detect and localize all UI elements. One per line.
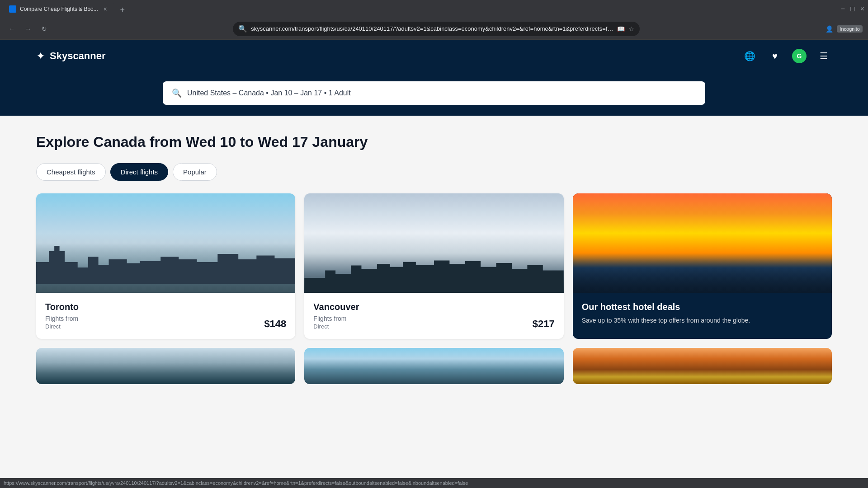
- wishlist-button[interactable]: ♥: [767, 48, 783, 64]
- browser-tabs: Compare Cheap Flights & Boo... × +: [4, 2, 129, 16]
- toronto-card-info: Toronto Flights from Direct $148: [36, 293, 295, 339]
- search-bar-container: 🔍 United States – Canada • Jan 10 – Jan …: [0, 72, 868, 116]
- hotel-card-image: [573, 193, 832, 293]
- bottom-cards-grid: [36, 348, 832, 384]
- hotel-card-title: Our hottest hotel deals: [582, 302, 823, 312]
- search-icon: 🔍: [172, 88, 182, 98]
- reader-mode-icon[interactable]: 📖: [617, 25, 625, 33]
- filter-tabs: Cheapest flights Direct flights Popular: [36, 163, 832, 181]
- address-icons: 📖 ☆: [617, 25, 634, 33]
- active-tab[interactable]: Compare Cheap Flights & Boo... ×: [4, 2, 114, 16]
- search-bar[interactable]: 🔍 United States – Canada • Jan 10 – Jan …: [163, 81, 705, 105]
- browser-addressbar: ← → ↻ 🔍 skyscanner.com/transport/flights…: [0, 18, 868, 40]
- browser-titlebar: Compare Cheap Flights & Boo... × + − □ ×: [0, 0, 868, 18]
- bottom-card-3[interactable]: [573, 348, 832, 384]
- page-content: ✦ Skyscanner 🌐 ♥ G ☰ 🔍 United States – C…: [0, 40, 868, 402]
- tab-popular[interactable]: Popular: [173, 163, 217, 181]
- menu-button[interactable]: ☰: [816, 48, 832, 64]
- tab-cheapest-flights[interactable]: Cheapest flights: [36, 163, 106, 181]
- bottom-card-1[interactable]: [36, 348, 295, 384]
- address-url: skyscanner.com/transport/flights/us/ca/2…: [251, 25, 613, 32]
- bottom-card-3-image: [573, 348, 832, 384]
- vancouver-card-info: Vancouver Flights from Direct $217: [304, 293, 563, 339]
- address-search-icon: 🔍: [238, 24, 247, 33]
- vancouver-flight-info: Flights from Direct: [313, 315, 346, 330]
- destination-card-toronto[interactable]: Toronto Flights from Direct $148: [36, 193, 295, 339]
- toronto-card-image: [36, 193, 295, 293]
- refresh-button[interactable]: ↻: [38, 23, 51, 35]
- heart-icon: ♥: [772, 51, 778, 61]
- address-bar[interactable]: 🔍 skyscanner.com/transport/flights/us/ca…: [233, 22, 640, 36]
- skyscanner-logo-icon: ✦: [36, 50, 45, 62]
- minimize-button[interactable]: −: [841, 5, 845, 13]
- site-header: ✦ Skyscanner 🌐 ♥ G ☰: [0, 40, 868, 72]
- tab-title: Compare Cheap Flights & Boo...: [20, 6, 98, 12]
- toronto-price: $148: [264, 318, 286, 330]
- user-avatar-button[interactable]: G: [792, 49, 807, 63]
- page-title: Explore Canada from Wed 10 to Wed 17 Jan…: [36, 134, 832, 150]
- vancouver-flight-type: Direct: [313, 323, 346, 330]
- vancouver-card-image: [304, 193, 563, 293]
- vancouver-city-name: Vancouver: [313, 302, 554, 312]
- globe-icon: 🌐: [744, 51, 755, 61]
- forward-icon: →: [25, 25, 31, 33]
- hotel-card-info: Our hottest hotel deals Save up to 35% w…: [573, 293, 832, 334]
- tab-favicon: [9, 5, 16, 13]
- extension-icons: 👤 Incognito: [826, 25, 863, 33]
- back-button[interactable]: ←: [5, 23, 18, 35]
- maximize-button[interactable]: □: [850, 5, 855, 13]
- toronto-card-details: Flights from Direct $148: [45, 315, 286, 330]
- hamburger-icon: ☰: [820, 51, 828, 61]
- destination-cards-grid: Toronto Flights from Direct $148 Vancouv…: [36, 193, 832, 339]
- logo-text: Skyscanner: [50, 50, 106, 62]
- hotel-deal-card[interactable]: Our hottest hotel deals Save up to 35% w…: [573, 193, 832, 339]
- refresh-icon: ↻: [42, 25, 47, 33]
- new-tab-button[interactable]: +: [116, 4, 129, 16]
- profile-icon[interactable]: 👤: [826, 25, 833, 33]
- bottom-card-2[interactable]: [304, 348, 563, 384]
- logo-area[interactable]: ✦ Skyscanner: [36, 50, 106, 62]
- vancouver-price: $217: [533, 318, 555, 330]
- globe-button[interactable]: 🌐: [741, 48, 758, 64]
- browser-window: Compare Cheap Flights & Boo... × + − □ ×…: [0, 0, 868, 40]
- hotel-card-description: Save up to 35% with these top offers fro…: [582, 316, 823, 325]
- main-content: Explore Canada from Wed 10 to Wed 17 Jan…: [0, 116, 868, 402]
- toronto-flight-type: Direct: [45, 323, 78, 330]
- bookmark-icon[interactable]: ☆: [628, 25, 634, 33]
- bottom-card-1-image: [36, 348, 295, 384]
- tab-direct-flights[interactable]: Direct flights: [110, 163, 169, 181]
- close-window-button[interactable]: ×: [860, 5, 864, 13]
- header-actions: 🌐 ♥ G ☰: [741, 48, 832, 64]
- vancouver-card-details: Flights from Direct $217: [313, 315, 554, 330]
- vancouver-from-label: Flights from: [313, 315, 346, 322]
- back-icon: ←: [9, 25, 15, 33]
- destination-card-vancouver[interactable]: Vancouver Flights from Direct $217: [304, 193, 563, 339]
- window-controls: − □ ×: [841, 5, 864, 13]
- bottom-card-2-image: [304, 348, 563, 384]
- toronto-from-label: Flights from: [45, 315, 78, 322]
- incognito-badge: Incognito: [837, 25, 863, 33]
- toronto-flight-info: Flights from Direct: [45, 315, 78, 330]
- forward-button[interactable]: →: [22, 23, 34, 35]
- tab-close-button[interactable]: ×: [102, 5, 109, 13]
- search-query-text: United States – Canada • Jan 10 – Jan 17…: [187, 89, 351, 97]
- toronto-city-name: Toronto: [45, 302, 286, 312]
